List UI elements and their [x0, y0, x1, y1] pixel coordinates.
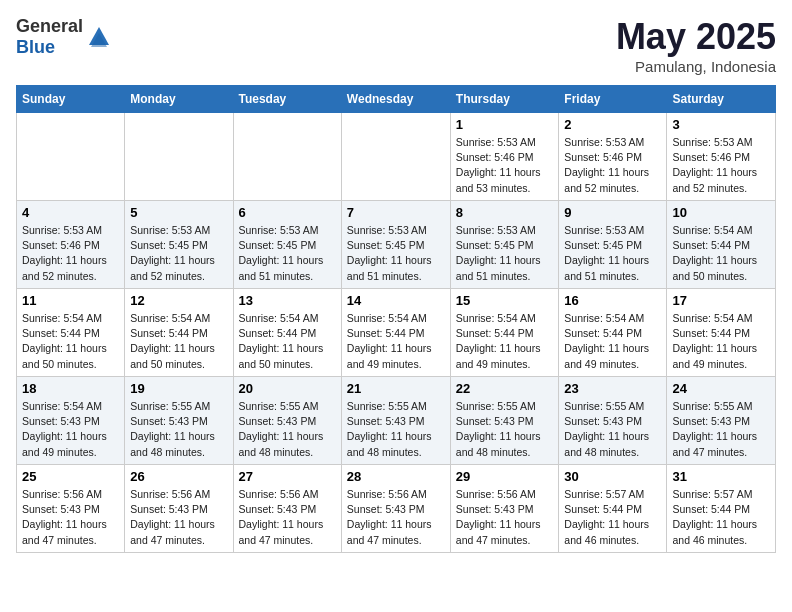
month-title: May 2025 [616, 16, 776, 58]
calendar-cell: 25Sunrise: 5:56 AM Sunset: 5:43 PM Dayli… [17, 465, 125, 553]
day-info: Sunrise: 5:54 AM Sunset: 5:44 PM Dayligh… [456, 311, 554, 372]
day-info: Sunrise: 5:54 AM Sunset: 5:44 PM Dayligh… [239, 311, 336, 372]
day-info: Sunrise: 5:57 AM Sunset: 5:44 PM Dayligh… [672, 487, 770, 548]
day-number: 7 [347, 205, 445, 220]
title-block: May 2025 Pamulang, Indonesia [616, 16, 776, 75]
day-number: 4 [22, 205, 119, 220]
calendar-week-row: 4Sunrise: 5:53 AM Sunset: 5:46 PM Daylig… [17, 201, 776, 289]
day-number: 2 [564, 117, 661, 132]
calendar-cell: 6Sunrise: 5:53 AM Sunset: 5:45 PM Daylig… [233, 201, 341, 289]
day-info: Sunrise: 5:53 AM Sunset: 5:45 PM Dayligh… [239, 223, 336, 284]
weekday-header-saturday: Saturday [667, 86, 776, 113]
day-info: Sunrise: 5:55 AM Sunset: 5:43 PM Dayligh… [347, 399, 445, 460]
calendar-cell [17, 113, 125, 201]
calendar-table: SundayMondayTuesdayWednesdayThursdayFrid… [16, 85, 776, 553]
day-info: Sunrise: 5:53 AM Sunset: 5:46 PM Dayligh… [672, 135, 770, 196]
calendar-cell: 31Sunrise: 5:57 AM Sunset: 5:44 PM Dayli… [667, 465, 776, 553]
day-info: Sunrise: 5:54 AM Sunset: 5:44 PM Dayligh… [22, 311, 119, 372]
day-info: Sunrise: 5:56 AM Sunset: 5:43 PM Dayligh… [239, 487, 336, 548]
day-number: 27 [239, 469, 336, 484]
day-info: Sunrise: 5:54 AM Sunset: 5:44 PM Dayligh… [672, 223, 770, 284]
day-info: Sunrise: 5:55 AM Sunset: 5:43 PM Dayligh… [456, 399, 554, 460]
calendar-cell: 30Sunrise: 5:57 AM Sunset: 5:44 PM Dayli… [559, 465, 667, 553]
calendar-week-row: 1Sunrise: 5:53 AM Sunset: 5:46 PM Daylig… [17, 113, 776, 201]
day-number: 29 [456, 469, 554, 484]
calendar-cell: 19Sunrise: 5:55 AM Sunset: 5:43 PM Dayli… [125, 377, 233, 465]
day-number: 3 [672, 117, 770, 132]
calendar-cell: 7Sunrise: 5:53 AM Sunset: 5:45 PM Daylig… [341, 201, 450, 289]
calendar-cell [125, 113, 233, 201]
calendar-cell: 21Sunrise: 5:55 AM Sunset: 5:43 PM Dayli… [341, 377, 450, 465]
weekday-header-wednesday: Wednesday [341, 86, 450, 113]
weekday-header-thursday: Thursday [450, 86, 559, 113]
calendar-cell: 17Sunrise: 5:54 AM Sunset: 5:44 PM Dayli… [667, 289, 776, 377]
day-info: Sunrise: 5:57 AM Sunset: 5:44 PM Dayligh… [564, 487, 661, 548]
day-info: Sunrise: 5:53 AM Sunset: 5:46 PM Dayligh… [456, 135, 554, 196]
calendar-cell [233, 113, 341, 201]
day-number: 12 [130, 293, 227, 308]
calendar-cell: 5Sunrise: 5:53 AM Sunset: 5:45 PM Daylig… [125, 201, 233, 289]
day-info: Sunrise: 5:56 AM Sunset: 5:43 PM Dayligh… [456, 487, 554, 548]
day-number: 30 [564, 469, 661, 484]
day-info: Sunrise: 5:55 AM Sunset: 5:43 PM Dayligh… [130, 399, 227, 460]
day-number: 17 [672, 293, 770, 308]
day-info: Sunrise: 5:56 AM Sunset: 5:43 PM Dayligh… [130, 487, 227, 548]
calendar-cell: 3Sunrise: 5:53 AM Sunset: 5:46 PM Daylig… [667, 113, 776, 201]
day-number: 31 [672, 469, 770, 484]
calendar-cell: 10Sunrise: 5:54 AM Sunset: 5:44 PM Dayli… [667, 201, 776, 289]
calendar-cell: 13Sunrise: 5:54 AM Sunset: 5:44 PM Dayli… [233, 289, 341, 377]
calendar-week-row: 18Sunrise: 5:54 AM Sunset: 5:43 PM Dayli… [17, 377, 776, 465]
logo-general-text: General [16, 16, 83, 36]
calendar-week-row: 25Sunrise: 5:56 AM Sunset: 5:43 PM Dayli… [17, 465, 776, 553]
day-info: Sunrise: 5:54 AM Sunset: 5:44 PM Dayligh… [347, 311, 445, 372]
weekday-header-row: SundayMondayTuesdayWednesdayThursdayFrid… [17, 86, 776, 113]
logo-icon [85, 23, 113, 51]
calendar-cell: 29Sunrise: 5:56 AM Sunset: 5:43 PM Dayli… [450, 465, 559, 553]
calendar-cell: 22Sunrise: 5:55 AM Sunset: 5:43 PM Dayli… [450, 377, 559, 465]
calendar-cell: 11Sunrise: 5:54 AM Sunset: 5:44 PM Dayli… [17, 289, 125, 377]
day-number: 6 [239, 205, 336, 220]
calendar-cell: 9Sunrise: 5:53 AM Sunset: 5:45 PM Daylig… [559, 201, 667, 289]
calendar-cell: 28Sunrise: 5:56 AM Sunset: 5:43 PM Dayli… [341, 465, 450, 553]
day-number: 20 [239, 381, 336, 396]
calendar-cell: 24Sunrise: 5:55 AM Sunset: 5:43 PM Dayli… [667, 377, 776, 465]
day-number: 5 [130, 205, 227, 220]
calendar-cell: 1Sunrise: 5:53 AM Sunset: 5:46 PM Daylig… [450, 113, 559, 201]
day-number: 24 [672, 381, 770, 396]
day-info: Sunrise: 5:55 AM Sunset: 5:43 PM Dayligh… [564, 399, 661, 460]
day-info: Sunrise: 5:54 AM Sunset: 5:43 PM Dayligh… [22, 399, 119, 460]
calendar-week-row: 11Sunrise: 5:54 AM Sunset: 5:44 PM Dayli… [17, 289, 776, 377]
weekday-header-friday: Friday [559, 86, 667, 113]
day-info: Sunrise: 5:53 AM Sunset: 5:46 PM Dayligh… [564, 135, 661, 196]
day-info: Sunrise: 5:56 AM Sunset: 5:43 PM Dayligh… [347, 487, 445, 548]
day-info: Sunrise: 5:54 AM Sunset: 5:44 PM Dayligh… [130, 311, 227, 372]
day-number: 10 [672, 205, 770, 220]
day-number: 28 [347, 469, 445, 484]
weekday-header-monday: Monday [125, 86, 233, 113]
location: Pamulang, Indonesia [616, 58, 776, 75]
day-info: Sunrise: 5:54 AM Sunset: 5:44 PM Dayligh… [672, 311, 770, 372]
day-number: 14 [347, 293, 445, 308]
calendar-cell: 14Sunrise: 5:54 AM Sunset: 5:44 PM Dayli… [341, 289, 450, 377]
day-number: 15 [456, 293, 554, 308]
day-info: Sunrise: 5:55 AM Sunset: 5:43 PM Dayligh… [672, 399, 770, 460]
day-number: 16 [564, 293, 661, 308]
day-info: Sunrise: 5:53 AM Sunset: 5:46 PM Dayligh… [22, 223, 119, 284]
calendar-cell: 4Sunrise: 5:53 AM Sunset: 5:46 PM Daylig… [17, 201, 125, 289]
day-info: Sunrise: 5:56 AM Sunset: 5:43 PM Dayligh… [22, 487, 119, 548]
calendar-cell: 8Sunrise: 5:53 AM Sunset: 5:45 PM Daylig… [450, 201, 559, 289]
day-info: Sunrise: 5:53 AM Sunset: 5:45 PM Dayligh… [456, 223, 554, 284]
day-number: 1 [456, 117, 554, 132]
calendar-cell: 26Sunrise: 5:56 AM Sunset: 5:43 PM Dayli… [125, 465, 233, 553]
day-number: 11 [22, 293, 119, 308]
calendar-cell: 15Sunrise: 5:54 AM Sunset: 5:44 PM Dayli… [450, 289, 559, 377]
weekday-header-sunday: Sunday [17, 86, 125, 113]
day-number: 13 [239, 293, 336, 308]
day-number: 21 [347, 381, 445, 396]
day-number: 25 [22, 469, 119, 484]
calendar-cell: 16Sunrise: 5:54 AM Sunset: 5:44 PM Dayli… [559, 289, 667, 377]
day-info: Sunrise: 5:53 AM Sunset: 5:45 PM Dayligh… [564, 223, 661, 284]
page-header: General Blue May 2025 Pamulang, Indonesi… [16, 16, 776, 75]
calendar-cell: 23Sunrise: 5:55 AM Sunset: 5:43 PM Dayli… [559, 377, 667, 465]
calendar-cell: 27Sunrise: 5:56 AM Sunset: 5:43 PM Dayli… [233, 465, 341, 553]
